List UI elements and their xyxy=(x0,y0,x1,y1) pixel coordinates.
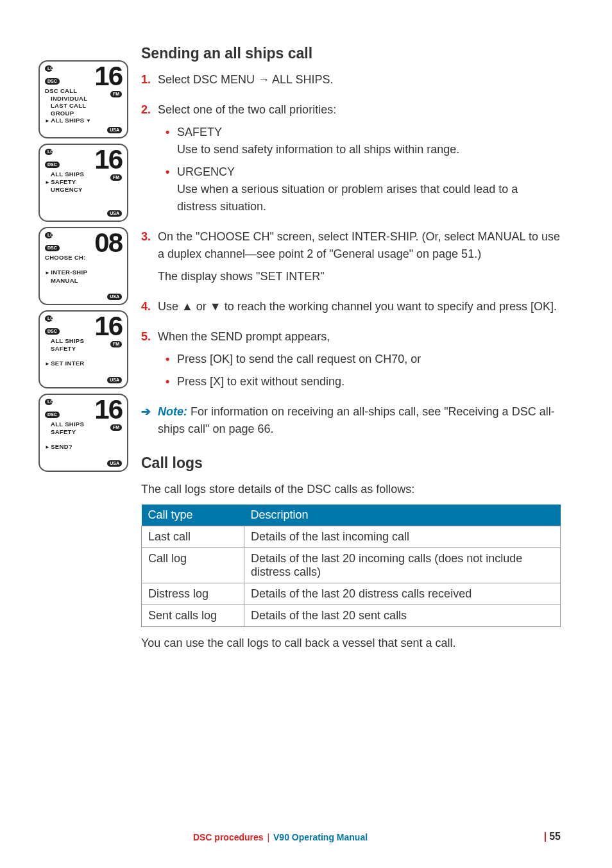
step-item: 4.Use ▲ or ▼ to reach the working channe… xyxy=(141,298,561,321)
channel-number: 16 xyxy=(94,396,122,423)
table-cell: Details of the last incoming call xyxy=(244,526,561,548)
table-row: Last callDetails of the last incoming ca… xyxy=(142,526,561,548)
bullet-list: SAFETYUse to send safety information to … xyxy=(158,124,561,215)
step-item: 3.On the "CHOOSE CH" screen, select INTE… xyxy=(141,228,561,290)
dsc-icon: DSC xyxy=(45,78,60,85)
lcd-screen: LODSC 16 FMUSA ALL SHIPSSAFETY SEND? xyxy=(38,394,128,472)
note-arrow-icon: ➔ xyxy=(141,403,158,421)
step-text: The display shows "SET INTER" xyxy=(158,268,561,285)
table-cell: Call log xyxy=(142,548,244,583)
fm-icon: FM xyxy=(110,341,122,347)
usa-icon: USA xyxy=(107,294,122,300)
bullet-item: URGENCYUse when a serious situation or p… xyxy=(177,163,561,215)
step-body: On the "CHOOSE CH" screen, select INTER-… xyxy=(158,228,561,290)
lcd-line: ALL SHIPS xyxy=(45,337,85,345)
step-body: Select one of the two call priorities:SA… xyxy=(158,101,561,221)
note-text: For information on receiving an all-ship… xyxy=(158,405,555,435)
table-cell: Details of the last 20 sent calls xyxy=(244,605,561,627)
steps-list: 1.Select DSC MENU → ALL SHIPS.2.Select o… xyxy=(141,71,561,396)
step-body: Select DSC MENU → ALL SHIPS. xyxy=(158,71,561,94)
lcd-column: LODSC 16 FMUSA DSC CALLINDIVIDUALLAST CA… xyxy=(38,45,128,658)
step-number: 1. xyxy=(141,71,158,88)
dsc-icon: DSC xyxy=(45,162,60,168)
lcd-line: GROUP xyxy=(45,110,91,117)
bullet-item: SAFETYUse to send safety information to … xyxy=(177,124,561,158)
channel-number: 16 xyxy=(94,313,122,340)
step-number: 2. xyxy=(141,101,158,119)
call-logs-intro: The call logs store details of the DSC c… xyxy=(141,481,561,498)
table-header: Description xyxy=(244,505,561,526)
channel-number: 16 xyxy=(94,63,122,90)
lcd-line: SEND? xyxy=(45,443,84,451)
lcd-screen: LODSC 16 FMUSA DSC CALLINDIVIDUALLAST CA… xyxy=(38,60,128,138)
table-cell: Sent calls log xyxy=(142,605,244,627)
call-logs-outro: You can use the call logs to call back a… xyxy=(141,635,561,652)
lcd-line: LAST CALL xyxy=(45,102,91,110)
fm-icon: FM xyxy=(110,424,122,431)
dsc-icon: DSC xyxy=(45,328,60,335)
step-body: When the SEND prompt appears,Press [OK] … xyxy=(158,328,561,396)
lcd-line: DSC CALL xyxy=(45,87,91,95)
lcd-line: MANUAL xyxy=(45,277,87,285)
bullet-item: Press [OK] to send the call request on C… xyxy=(177,351,561,368)
lcd-line: URGENCY xyxy=(45,186,84,194)
usa-icon: USA xyxy=(107,377,122,383)
lcd-line: SAFETY xyxy=(45,428,84,436)
step-number: 3. xyxy=(141,228,158,246)
lcd-line: INDIVIDUAL xyxy=(45,95,91,103)
step-item: 2.Select one of the two call priorities:… xyxy=(141,101,561,221)
table-row: Distress logDetails of the last 20 distr… xyxy=(142,583,561,605)
channel-number: 08 xyxy=(94,230,122,256)
lcd-line: INTER-SHIP xyxy=(45,269,87,277)
lo-icon: LO xyxy=(45,315,53,322)
footer-section: DSC procedures xyxy=(193,832,264,842)
lcd-line xyxy=(45,262,87,269)
fm-icon: FM xyxy=(110,91,122,97)
table-cell: Details of the last 20 incoming calls (d… xyxy=(244,548,561,583)
note-label: Note: xyxy=(158,405,187,418)
table-header: Call type xyxy=(142,505,244,526)
lcd-line: SET INTER xyxy=(45,360,85,368)
usa-icon: USA xyxy=(107,210,122,217)
lcd-screen: LODSC 08 USA CHOOSE CH: INTER-SHIPMANUAL xyxy=(38,227,128,305)
lo-icon: LO xyxy=(45,65,53,72)
lo-icon: LO xyxy=(45,149,53,155)
bullet-list: Press [OK] to send the call request on C… xyxy=(158,351,561,390)
lcd-line: ALL SHIPS xyxy=(45,117,91,125)
usa-icon: USA xyxy=(107,460,122,467)
step-number: 5. xyxy=(141,328,158,346)
step-number: 4. xyxy=(141,298,158,315)
lcd-line: CHOOSE CH: xyxy=(45,254,87,262)
lcd-screen: LODSC 16 FMUSA ALL SHIPSSAFETYURGENCY xyxy=(38,144,128,222)
lo-icon: LO xyxy=(45,399,53,405)
usa-icon: USA xyxy=(107,127,122,133)
lcd-line: ALL SHIPS xyxy=(45,171,84,178)
lcd-line: ALL SHIPS xyxy=(45,421,84,428)
lcd-line: SAFETY xyxy=(45,345,85,353)
page-footer: DSC procedures | V90 Operating Manual |5… xyxy=(0,832,561,842)
fm-icon: FM xyxy=(110,174,122,181)
lo-icon: LO xyxy=(45,232,53,238)
page-number: |55 xyxy=(544,831,561,842)
table-row: Sent calls logDetails of the last 20 sen… xyxy=(142,605,561,627)
channel-number: 16 xyxy=(94,146,122,173)
table-row: Call logDetails of the last 20 incoming … xyxy=(142,548,561,583)
step-item: 5.When the SEND prompt appears,Press [OK… xyxy=(141,328,561,396)
lcd-screen: LODSC 16 FMUSA ALL SHIPSSAFETY SET INTER xyxy=(38,310,128,388)
step-text: Select one of the two call priorities: xyxy=(158,101,561,119)
step-text: Use ▲ or ▼ to reach the working channel … xyxy=(158,298,561,315)
content-column: Sending an all ships call 1.Select DSC M… xyxy=(141,45,561,658)
subsection-heading: Call logs xyxy=(141,455,561,472)
footer-manual: V90 Operating Manual xyxy=(273,832,368,842)
step-text: On the "CHOOSE CH" screen, select INTER-… xyxy=(158,228,561,263)
step-item: 1.Select DSC MENU → ALL SHIPS. xyxy=(141,71,561,94)
lcd-line xyxy=(45,352,85,360)
call-log-table: Call type Description Last callDetails o… xyxy=(141,505,561,627)
dsc-icon: DSC xyxy=(45,245,60,251)
section-heading: Sending an all ships call xyxy=(141,45,561,62)
step-body: Use ▲ or ▼ to reach the working channel … xyxy=(158,298,561,321)
dsc-icon: DSC xyxy=(45,412,60,418)
lcd-line xyxy=(45,435,84,443)
bullet-item: Press [X] to exit without sending. xyxy=(177,373,561,390)
note-block: ➔ Note: For information on receiving an … xyxy=(141,403,561,438)
